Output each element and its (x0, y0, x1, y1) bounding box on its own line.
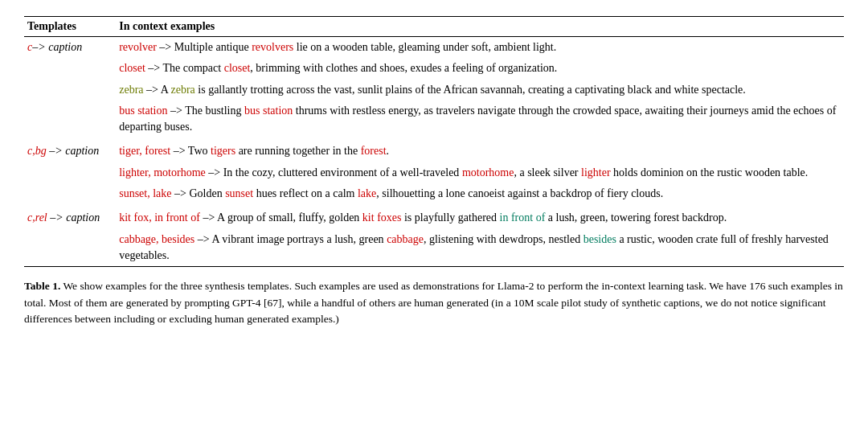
example-cell: zebra –> A zebra is gallantly trotting a… (116, 80, 844, 101)
example-cell: sunset, lake –> Golden sunset hues refle… (116, 183, 844, 204)
table-row: closet –> The compact closet, brimming w… (24, 58, 844, 79)
col-examples-header: In context examples (116, 17, 844, 37)
table-row: zebra –> A zebra is gallantly trotting a… (24, 80, 844, 101)
table-row: bus station –> The bustling bus station … (24, 101, 844, 138)
template-cell: c,bg –> caption (24, 141, 116, 204)
table-container: Templates In context examples c–> captio… (24, 16, 844, 267)
example-cell: revolver –> Multiple antique revolvers l… (116, 37, 844, 59)
table-row: sunset, lake –> Golden sunset hues refle… (24, 183, 844, 204)
example-cell: cabbage, besides –> A vibrant image port… (116, 229, 844, 267)
caption-label: Table 1. (24, 280, 60, 292)
template-cell: c–> caption (24, 37, 116, 138)
table-row: cabbage, besides –> A vibrant image port… (24, 229, 844, 267)
example-cell: lighter, motorhome –> In the cozy, clutt… (116, 162, 844, 183)
table-row: lighter, motorhome –> In the cozy, clutt… (24, 162, 844, 183)
table-caption: Table 1. We show examples for the three … (24, 278, 844, 327)
main-table: Templates In context examples c–> captio… (24, 17, 844, 266)
caption-text: We show examples for the three synthesis… (24, 280, 843, 325)
example-cell: kit fox, in front of –> A group of small… (116, 207, 844, 228)
col-templates-header: Templates (24, 17, 116, 37)
table-row: c,bg –> captiontiger, forest –> Two tige… (24, 141, 844, 162)
example-cell: tiger, forest –> Two tigers are running … (116, 141, 844, 162)
example-cell: bus station –> The bustling bus station … (116, 101, 844, 138)
template-cell: c,rel –> caption (24, 207, 116, 266)
table-row: c–> captionrevolver –> Multiple antique … (24, 37, 844, 59)
table-row: c,rel –> captionkit fox, in front of –> … (24, 207, 844, 228)
example-cell: closet –> The compact closet, brimming w… (116, 58, 844, 79)
